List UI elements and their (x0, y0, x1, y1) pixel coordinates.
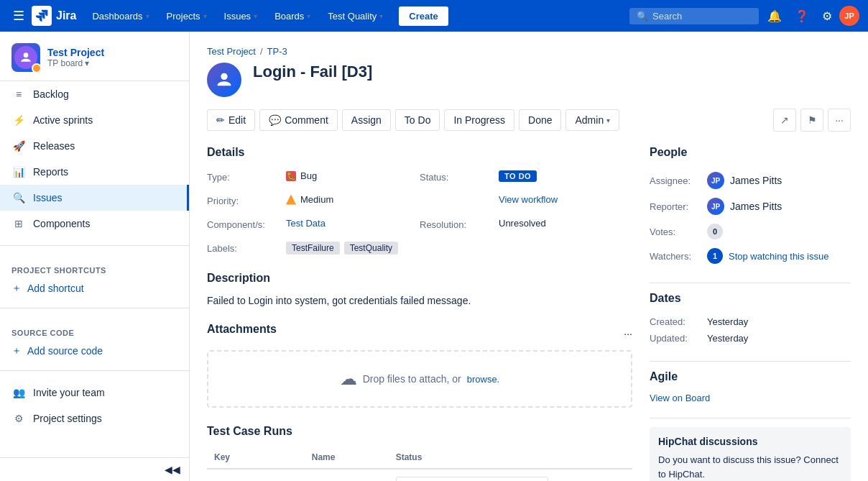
sidebar-item-label: Active sprints (33, 114, 93, 126)
user-avatar[interactable]: JP (839, 6, 859, 26)
label-test-quality[interactable]: TestQuality (344, 242, 398, 255)
assignee-value: JP James Pitts (707, 172, 782, 189)
components-icon: ⊞ (11, 216, 26, 231)
nav-test-quality[interactable]: Test Quality▾ (320, 6, 390, 26)
sidebar-invite-team[interactable]: 👥 Invite your team (0, 380, 189, 406)
reporter-label: Reporter: (650, 201, 707, 212)
watchers-label: Watchers: (650, 251, 707, 262)
admin-dropdown[interactable]: Admin ▾ (565, 109, 619, 131)
issue-title: Login - Fail [D3] (253, 63, 372, 81)
assignee-avatar: JP (707, 172, 724, 189)
main-content: Test Project / TP-3 Login - Fail [D3] ✏ … (190, 32, 868, 481)
hipchat-text: Do you want to discuss this issue? Conne… (658, 453, 842, 481)
sidebar-project-name[interactable]: Test Project (47, 47, 177, 58)
status-label: Status: (420, 170, 499, 183)
sidebar-project-settings[interactable]: ⚙ Project settings (0, 406, 189, 431)
issues-icon: 🔍 (11, 191, 26, 205)
attachments-dropzone[interactable]: ☁ Drop files to attach, or browse. (207, 350, 632, 408)
logo: Jira (32, 6, 76, 26)
add-source-code[interactable]: ＋ Add source code (0, 340, 189, 362)
issue-header: Login - Fail [D3] (207, 63, 851, 97)
sidebar-item-issues[interactable]: 🔍 Issues (0, 185, 189, 211)
label-test-failure[interactable]: TestFailure (286, 242, 340, 255)
view-workflow-link[interactable]: View workflow (499, 194, 558, 205)
hipchat-section: HipChat discussions Do you want to discu… (650, 427, 851, 481)
sidebar-collapse[interactable]: ◀◀ (0, 457, 189, 481)
col-actions (555, 446, 632, 469)
to-do-button[interactable]: To Do (395, 109, 440, 131)
attachments-more-icon[interactable]: ··· (624, 328, 632, 339)
breadcrumb-project[interactable]: Test Project (207, 46, 256, 57)
comment-button[interactable]: 💬 Comment (259, 109, 338, 131)
watchers-value: 1 Stop watching this issue (707, 248, 828, 264)
search-bar[interactable]: 🔍 Search (629, 8, 759, 24)
breadcrumb-issue-key[interactable]: TP-3 (267, 46, 287, 57)
description-section: Description Failed to Login into system,… (207, 272, 632, 308)
nav-projects[interactable]: Projects▾ (160, 6, 214, 26)
settings-icon[interactable]: ⚙ (816, 5, 838, 27)
created-label: Created: (650, 316, 707, 327)
watchers-row: Watchers: 1 Stop watching this issue (650, 244, 851, 268)
sidebar-item-backlog[interactable]: ≡ Backlog (0, 81, 189, 107)
hamburger-menu[interactable]: ☰ (9, 4, 29, 28)
priority-row: Priority: Medium (207, 191, 420, 209)
add-source-code-label: Add source code (27, 345, 103, 357)
type-row: Type: 🐛 Bug (207, 168, 420, 185)
create-button[interactable]: Create (399, 6, 448, 26)
attachments-header: Attachments ··· (207, 323, 632, 344)
source-code-label: SOURCE CODE (0, 317, 189, 340)
priority-label: Priority: (207, 194, 286, 206)
invite-team-icon: 👥 (11, 385, 26, 400)
nav-issues[interactable]: Issues▾ (217, 6, 265, 26)
breadcrumb-separator: / (260, 46, 263, 57)
component-link[interactable]: Test Data (286, 218, 326, 229)
labels-value: TestFailure TestQuality (286, 242, 398, 255)
add-shortcut-label: Add shortcut (27, 283, 84, 294)
flag-icon: ⚑ (808, 114, 817, 126)
people-section: People Assignee: JP James Pitts Reporter… (650, 146, 851, 268)
nav-boards[interactable]: Boards▾ (267, 6, 318, 26)
test-case-runs-section: Test Case Runs Key Name Status (207, 425, 632, 481)
sidebar-item-releases[interactable]: 🚀 Releases (0, 133, 189, 159)
reporter-row: Reporter: JP James Pitts (650, 193, 851, 219)
assign-button[interactable]: Assign (342, 109, 391, 131)
dates-section: Dates Created: Yesterday Updated: Yester… (650, 292, 851, 347)
search-icon: 🔍 (637, 11, 648, 22)
stop-watching-link[interactable]: Stop watching this issue (729, 251, 828, 262)
reports-icon: 📊 (11, 165, 26, 179)
workflow-value: View workflow (499, 194, 558, 205)
table-row: TCR96 Login Fail ✕ ▾ (207, 469, 632, 481)
sidebar-item-active-sprints[interactable]: ⚡ Active sprints (0, 107, 189, 133)
done-button[interactable]: Done (519, 109, 561, 131)
dates-title: Dates (650, 292, 851, 305)
sidebar-item-reports[interactable]: 📊 Reports (0, 159, 189, 185)
logo-text: Jira (56, 9, 76, 22)
two-col-layout: Details Type: 🐛 Bug Status: (207, 146, 851, 481)
edit-button[interactable]: ✏ Edit (207, 109, 255, 131)
browse-link[interactable]: browse. (467, 374, 500, 385)
hipchat-title: HipChat discussions (658, 436, 842, 447)
share-button[interactable]: ↗ (773, 109, 796, 132)
invite-team-label: Invite your team (33, 387, 105, 398)
help-icon[interactable]: ❓ (789, 5, 815, 27)
add-shortcut[interactable]: ＋ Add shortcut (0, 278, 189, 299)
flag-button[interactable]: ⚑ (800, 109, 823, 132)
updated-label: Updated: (650, 333, 707, 344)
more-button[interactable]: ··· (828, 109, 851, 132)
labels-row: Labels: TestFailure TestQuality (207, 239, 420, 257)
updated-value: Yesterday (707, 333, 748, 344)
nav-dashboards[interactable]: Dashboards▾ (85, 6, 156, 26)
sidebar-item-components[interactable]: ⊞ Components (0, 211, 189, 237)
test-table-header: Key Name Status (207, 446, 632, 469)
project-settings-icon: ⚙ (11, 411, 26, 426)
view-on-board-link[interactable]: View on Board (650, 393, 710, 403)
in-progress-button[interactable]: In Progress (444, 109, 514, 131)
votes-count: 0 (707, 224, 723, 239)
cloud-upload-icon: ☁ (340, 369, 357, 389)
sidebar-project-sub[interactable]: TP board▾ (47, 58, 177, 68)
logo-icon (32, 6, 52, 26)
left-column: Details Type: 🐛 Bug Status: (207, 146, 632, 481)
notifications-icon[interactable]: 🔔 (762, 5, 788, 27)
sidebar: Test Project TP board▾ ≡ Backlog ⚡ Activ… (0, 32, 190, 481)
delete-row-button[interactable]: 🗑 (563, 478, 583, 481)
